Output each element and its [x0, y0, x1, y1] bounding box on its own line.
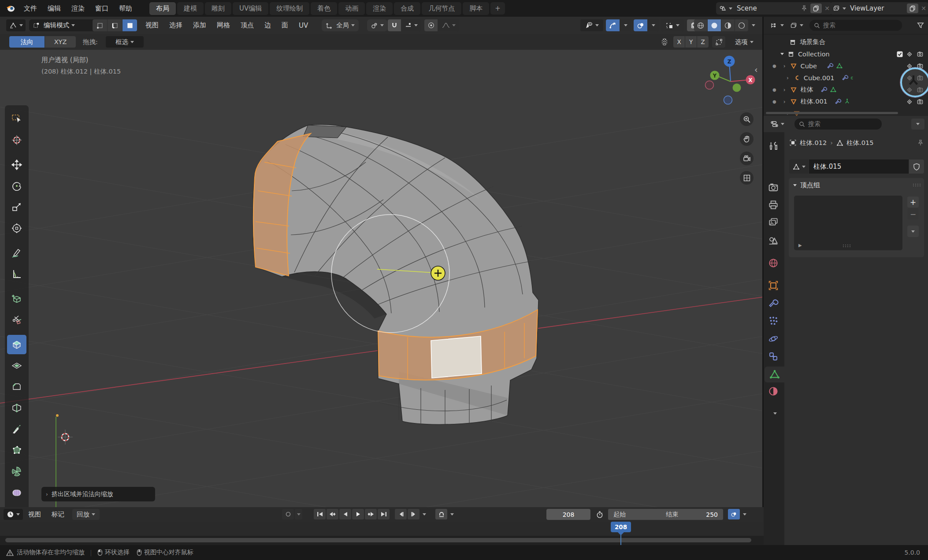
outliner-row-cube[interactable]: ● › Cube [764, 60, 928, 72]
timeline-overlays-button[interactable] [728, 509, 740, 519]
expand-icon[interactable]: › [783, 99, 786, 105]
pin-icon[interactable] [917, 139, 924, 146]
menu-render[interactable]: 渲染 [66, 4, 90, 13]
measure-tool[interactable] [7, 264, 26, 284]
outliner-row-zhuti[interactable]: ● › 柱体 [764, 84, 928, 96]
pan-viewport-button[interactable] [740, 132, 754, 146]
fake-user-shield-button[interactable] [909, 159, 924, 174]
loop-cut-tool[interactable] [7, 398, 26, 418]
end-frame-field[interactable]: 结束 250 [661, 509, 723, 520]
outliner-hscrollbar[interactable] [766, 112, 898, 114]
tab-scene[interactable] [768, 235, 779, 246]
menu-mesh[interactable]: 网格 [212, 21, 235, 30]
tab-uv-editing[interactable]: UV编辑 [233, 2, 268, 15]
show-object-types-dropdown[interactable] [580, 19, 603, 31]
hide-viewport-icon[interactable] [906, 74, 913, 82]
material-preview-shading-button[interactable] [721, 19, 735, 31]
menu-edit[interactable]: 编辑 [42, 4, 66, 13]
play-reverse-button[interactable] [339, 509, 351, 519]
expand-icon[interactable]: › [783, 87, 786, 93]
step-back-button[interactable] [395, 509, 407, 519]
blender-logo-icon[interactable] [5, 3, 16, 14]
frame-step-dropdown[interactable] [420, 509, 428, 519]
orient-xyz-button[interactable]: XYZ [45, 36, 76, 48]
proportional-editing-button[interactable] [424, 19, 438, 31]
tab-tool[interactable] [768, 141, 779, 151]
list-grip-icon[interactable] [843, 244, 850, 248]
expand-icon[interactable]: › [783, 63, 786, 69]
disable-render-icon[interactable] [917, 51, 924, 57]
move-tool[interactable] [7, 155, 26, 174]
gizmos-dropdown[interactable] [620, 19, 631, 31]
drag-mode-dropdown[interactable]: 框选 [106, 36, 144, 48]
expand-icon[interactable] [780, 53, 784, 55]
gizmos-toggle-button[interactable] [606, 19, 620, 31]
vertex-groups-label[interactable]: 顶点组 [800, 181, 820, 189]
rendered-shading-button[interactable] [735, 19, 748, 31]
xray-dropdown[interactable] [661, 19, 684, 31]
datablock-name-field[interactable]: 柱体.015 [809, 159, 909, 174]
disable-render-icon[interactable] [917, 74, 924, 81]
jump-to-end-button[interactable] [378, 509, 390, 519]
cursor-tool[interactable] [7, 130, 26, 150]
menu-help[interactable]: 帮助 [114, 4, 137, 13]
shading-dropdown[interactable] [748, 19, 759, 31]
timeline-editor-type-button[interactable] [4, 509, 23, 520]
new-viewlayer-button[interactable] [907, 4, 918, 13]
disable-render-icon[interactable] [917, 86, 924, 93]
tab-shading[interactable]: 着色 [311, 2, 337, 15]
tab-scripting[interactable]: 脚本 [463, 2, 489, 15]
menu-select[interactable]: 选择 [164, 21, 188, 30]
remove-viewlayer-icon[interactable]: ✕ [921, 5, 926, 12]
remove-vertex-group-button[interactable]: − [907, 208, 919, 219]
poly-build-tool[interactable] [7, 441, 26, 460]
outliner-filter-icon[interactable] [917, 22, 924, 29]
new-scene-copy-button[interactable] [810, 4, 822, 13]
unlink-scene-icon[interactable]: ✕ [824, 5, 830, 12]
rip-region-tool[interactable] [7, 310, 26, 330]
hide-viewport-icon[interactable] [906, 51, 913, 58]
rotate-tool[interactable] [7, 176, 26, 196]
menu-face[interactable]: 面 [276, 21, 293, 30]
tab-particles[interactable] [768, 315, 779, 326]
hide-viewport-icon[interactable] [906, 98, 913, 105]
sidebar-collapse-arrow[interactable]: ‹ [754, 65, 758, 74]
tab-layout[interactable]: 布局 [149, 2, 176, 15]
hide-viewport-icon[interactable] [906, 63, 913, 70]
loop-playback-button[interactable] [435, 509, 447, 519]
timeline-menu-marker[interactable]: 标记 [46, 510, 70, 519]
tab-material[interactable] [768, 386, 779, 397]
viewlayer-selector[interactable]: ViewLayer ✕ [830, 2, 928, 15]
properties-options-dropdown[interactable] [911, 119, 924, 130]
menu-vertex[interactable]: 顶点 [235, 21, 259, 30]
menu-view[interactable]: 视图 [140, 21, 164, 30]
pin-icon[interactable] [801, 5, 808, 12]
tab-output[interactable] [768, 200, 779, 210]
snap-toggle-button[interactable] [388, 19, 401, 31]
prev-keyframe-button[interactable] [327, 509, 338, 519]
mirror-x-toggle[interactable]: X [673, 36, 685, 48]
annotate-tool[interactable] [7, 243, 26, 263]
navigation-gizmo[interactable]: Z Y X [699, 54, 761, 109]
outliner-search-input[interactable]: 搜索 [809, 20, 902, 31]
zoom-viewport-button[interactable] [740, 112, 754, 126]
knife-tool[interactable] [7, 419, 26, 439]
outliner-display-mode-dropdown[interactable] [767, 20, 787, 31]
add-workspace-button[interactable]: + [490, 2, 505, 15]
step-forward-button[interactable] [408, 509, 419, 519]
tool-options-dropdown[interactable]: 选项 [728, 36, 761, 48]
scene-selector[interactable]: Scene ✕ [716, 2, 832, 15]
editor-type-button[interactable] [6, 19, 26, 31]
bevel-tool[interactable] [7, 377, 26, 397]
timeline-menu-playback[interactable]: 回放 [72, 509, 100, 520]
jump-to-start-button[interactable] [314, 509, 326, 519]
vertex-select-mode-button[interactable] [93, 19, 107, 31]
transform-tool[interactable] [7, 219, 26, 238]
outliner-row-cube001[interactable]: › Cube.001 ͼ [764, 72, 928, 84]
timeline-ruler[interactable] [0, 522, 764, 536]
tab-render[interactable] [768, 182, 779, 193]
tab-rendering[interactable]: 渲染 [366, 2, 393, 15]
tab-animation[interactable]: 动画 [338, 2, 365, 15]
solid-shading-button[interactable] [708, 19, 721, 31]
menu-file[interactable]: 文件 [19, 4, 42, 13]
